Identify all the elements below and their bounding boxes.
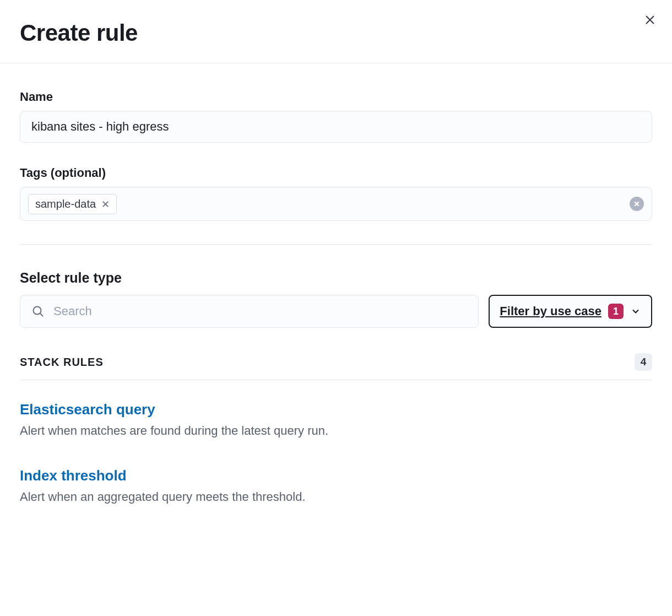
search-row: Filter by use case 1	[20, 295, 652, 328]
tag-label: sample-data	[35, 198, 96, 210]
rule-group-header: STACK RULES 4	[20, 353, 652, 380]
x-icon	[633, 201, 640, 207]
tags-label: Tags (optional)	[20, 166, 652, 180]
tags-input[interactable]: sample-data	[20, 187, 652, 221]
tags-row: Tags (optional) sample-data	[20, 166, 652, 221]
flyout-header: Create rule	[0, 0, 672, 63]
close-icon	[643, 13, 657, 26]
filter-by-use-case-button[interactable]: Filter by use case 1	[489, 295, 652, 328]
tag-remove-button[interactable]	[101, 200, 110, 208]
name-input[interactable]	[20, 111, 652, 143]
clear-tags-button[interactable]	[630, 197, 644, 211]
select-rule-type-title: Select rule type	[20, 270, 652, 286]
chevron-down-icon	[630, 306, 641, 317]
rule-type-description: Alert when an aggregated query meets the…	[20, 489, 652, 506]
rule-type-item[interactable]: Index threshold Alert when an aggregated…	[20, 462, 652, 528]
svg-line-1	[40, 314, 44, 317]
flyout-body: Name Tags (optional) sample-data Select …	[0, 63, 672, 528]
rule-type-title: Elasticsearch query	[20, 401, 652, 418]
search-field-wrapper[interactable]	[20, 295, 479, 328]
rule-group-title: STACK RULES	[20, 356, 104, 369]
filter-label: Filter by use case	[500, 304, 601, 318]
divider	[20, 244, 652, 245]
close-button[interactable]	[643, 13, 657, 28]
rule-type-item[interactable]: Elasticsearch query Alert when matches a…	[20, 396, 652, 462]
rule-type-title: Index threshold	[20, 467, 652, 484]
rule-type-description: Alert when matches are found during the …	[20, 423, 652, 440]
page-title: Create rule	[20, 20, 138, 46]
svg-point-0	[34, 307, 41, 315]
name-label: Name	[20, 90, 652, 104]
search-input[interactable]	[53, 304, 467, 318]
x-icon	[101, 200, 110, 208]
rule-group-count: 4	[635, 353, 652, 371]
search-icon	[31, 305, 45, 318]
name-row: Name	[20, 90, 652, 143]
tag-chip: sample-data	[28, 194, 117, 214]
filter-count-badge: 1	[608, 304, 624, 319]
